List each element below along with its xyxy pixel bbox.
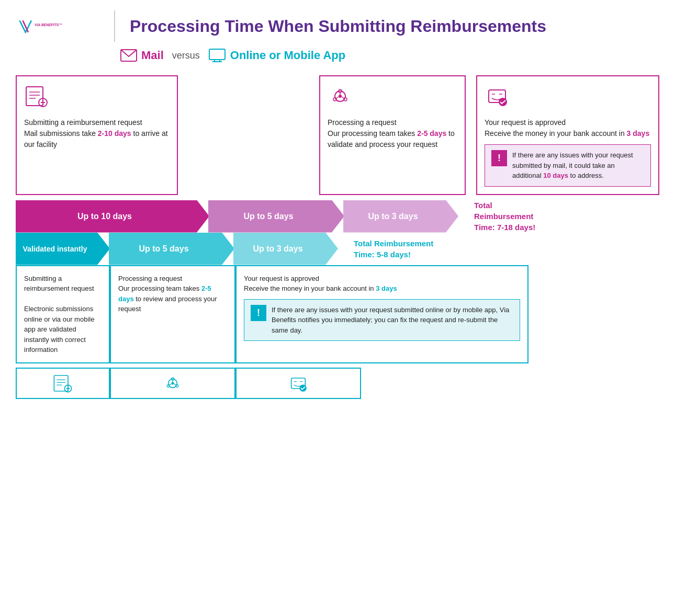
svg-line-39 (174, 383, 176, 385)
logo-svg: VIA BENEFITS™ (16, 15, 78, 38)
online-approve-text: Your request is approved Receive the mon… (244, 273, 520, 294)
online-subtitle: Online or Mobile App (208, 48, 345, 63)
mail-arrow-2: Up to 5 days (208, 200, 344, 233)
online-cards-row: Submitting a reimbursement request Elect… (16, 265, 670, 363)
mail-total: Total Reimbursement Time: 7-18 days! (458, 200, 535, 233)
svg-rect-26 (54, 375, 68, 391)
online-submit-text: Submitting a reimbursement request Elect… (24, 273, 102, 355)
subtitle-row: Mail versus Online or Mobile App (120, 48, 670, 63)
bottom-icon-process (110, 368, 235, 399)
online-process-text: Processing a request Our processing team… (118, 273, 227, 314)
mail-approve-text: Your request is approved Receive the mon… (485, 117, 651, 139)
online-arrow-2: Up to 5 days (109, 233, 234, 265)
mail-arrow-banner: Up to 10 days Up to 5 days Up to 3 days … (16, 200, 670, 233)
mail-card-approve: Your request is approved Receive the mon… (476, 75, 659, 195)
versus-label: versus (172, 50, 200, 61)
submit-icon (24, 84, 170, 112)
main-content: Submitting a reimbursement request Mail … (16, 75, 670, 399)
online-arrow-3: Up to 3 days (233, 233, 338, 265)
mail-warning-box: ! If there are any issues with your requ… (485, 144, 651, 187)
svg-text:VIA BENEFITS™: VIA BENEFITS™ (35, 22, 62, 26)
bottom-icons-row (16, 368, 670, 399)
mail-card-submit: Submitting a reimbursement request Mail … (16, 75, 178, 195)
mail-submit-text: Submitting a reimbursement request Mail … (24, 117, 170, 150)
mail-subtitle: Mail (120, 49, 164, 62)
bottom-icon-approve (235, 368, 361, 399)
header-divider (114, 10, 115, 42)
process-icon (328, 84, 457, 112)
mail-card-process: Processing a request Our processing team… (319, 75, 466, 195)
svg-line-0 (23, 20, 29, 32)
online-card-submit: Submitting a reimbursement request Elect… (16, 265, 110, 363)
svg-point-18 (339, 95, 342, 98)
svg-line-40 (170, 383, 171, 385)
online-warning-box: ! If there are any issues with your requ… (244, 299, 520, 341)
online-total: Total Reimbursement Time: 5-8 days! (338, 233, 433, 265)
online-card-approve: Your request is approved Receive the mon… (235, 265, 528, 363)
svg-line-20 (342, 97, 344, 98)
mail-arrow-1: Up to 10 days (16, 200, 209, 233)
mail-cards-row: Submitting a reimbursement request Mail … (16, 75, 670, 195)
logo-area: VIA BENEFITS™ (16, 15, 99, 38)
main-title: Processing Time When Submitting Reimburs… (130, 17, 546, 36)
online-arrow-1: Validated instantly (16, 233, 110, 265)
online-warning-exclamation-icon: ! (251, 305, 266, 321)
svg-line-21 (336, 97, 339, 98)
online-arrow-banner: Validated instantly Up to 5 days Up to 3… (16, 233, 670, 265)
svg-rect-3 (209, 49, 225, 60)
online-warning-text: If there are any issues with your reques… (272, 305, 513, 336)
header: VIA BENEFITS™ Processing Time When Submi… (16, 10, 670, 42)
mail-process-text: Processing a request Our processing team… (328, 117, 457, 150)
svg-rect-7 (26, 87, 43, 106)
mail-warning-text: If there are any issues with your reques… (512, 150, 644, 181)
bottom-icon-submit (16, 368, 110, 399)
mail-icon (120, 49, 137, 62)
approve-icon (485, 84, 651, 112)
svg-point-37 (172, 382, 174, 384)
warning-exclamation-icon: ! (491, 150, 507, 166)
mail-arrow-3: Up to 3 days (343, 200, 458, 233)
online-card-process: Processing a request Our processing team… (110, 265, 235, 363)
monitor-icon (208, 48, 226, 63)
